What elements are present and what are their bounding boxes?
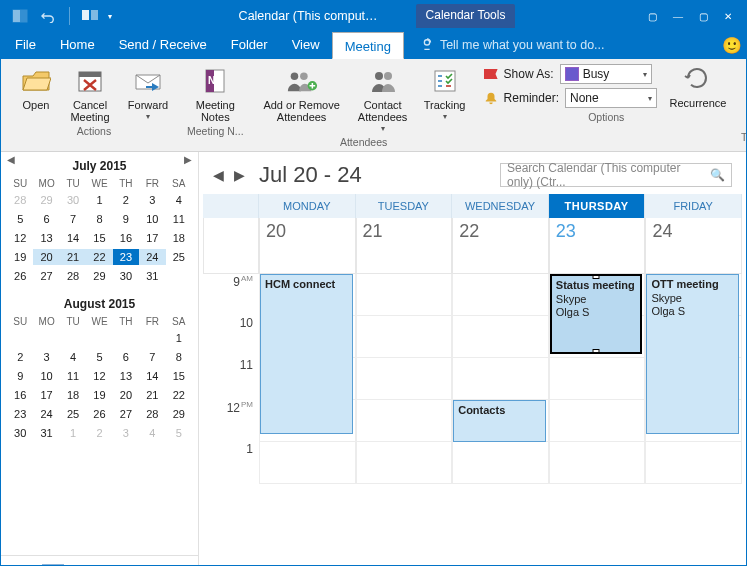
mini-date-cell[interactable]: 28 — [60, 268, 86, 284]
mini-date-cell[interactable]: 15 — [86, 230, 112, 246]
mini-date-cell[interactable]: 10 — [33, 368, 59, 384]
mini-date-cell[interactable]: 17 — [139, 230, 165, 246]
mini-date-cell[interactable]: 14 — [60, 230, 86, 246]
cancel-meeting-button[interactable]: Cancel Meeting — [63, 63, 117, 123]
mini-date-cell[interactable]: 31 — [33, 425, 59, 441]
mini-date-cell[interactable] — [113, 330, 139, 346]
tab-send-receive[interactable]: Send / Receive — [107, 31, 219, 59]
mini-date-cell[interactable]: 22 — [86, 249, 112, 265]
show-as-dropdown[interactable]: Busy ▾ — [560, 64, 652, 84]
mini-date-cell[interactable]: 1 — [86, 192, 112, 208]
weekday-header-cell[interactable]: TUESDAY — [356, 194, 453, 218]
time-cell[interactable] — [549, 358, 646, 400]
day-number-cell[interactable]: 23 — [549, 218, 646, 274]
mini-date-cell[interactable]: 2 — [86, 425, 112, 441]
mini-date-cell[interactable]: 14 — [139, 368, 165, 384]
day-number-cell[interactable]: 21 — [356, 218, 453, 274]
reminder-dropdown[interactable]: None ▾ — [565, 88, 657, 108]
time-cell[interactable] — [356, 274, 453, 316]
mini-date-cell[interactable]: 9 — [7, 368, 33, 384]
tab-view[interactable]: View — [280, 31, 332, 59]
appointment[interactable]: HCM connect — [260, 274, 353, 434]
prev-month-icon[interactable]: ◀ — [7, 154, 15, 165]
mini-date-cell[interactable]: 18 — [166, 230, 192, 246]
tab-home[interactable]: Home — [48, 31, 107, 59]
recurrence-button[interactable]: Recurrence — [667, 63, 729, 109]
ribbon-display-options-icon[interactable]: ▢ — [648, 11, 657, 22]
weekday-header-cell[interactable]: MONDAY — [259, 194, 356, 218]
mini-date-cell[interactable]: 11 — [60, 368, 86, 384]
mini-date-cell[interactable]: 27 — [113, 406, 139, 422]
mini-date-cell[interactable]: 8 — [86, 211, 112, 227]
mini-date-cell[interactable]: 23 — [7, 406, 33, 422]
weekday-header-cell[interactable]: FRIDAY — [645, 194, 742, 218]
time-cell[interactable] — [549, 400, 646, 442]
maximize-icon[interactable]: ▢ — [699, 11, 708, 22]
tab-folder[interactable]: Folder — [219, 31, 280, 59]
mini-date-cell[interactable]: 4 — [166, 192, 192, 208]
time-cell[interactable] — [452, 442, 549, 484]
appointment[interactable]: Status meetingSkype Olga S — [550, 274, 643, 354]
mini-date-cell[interactable]: 12 — [86, 368, 112, 384]
mini-date-cell[interactable]: 25 — [60, 406, 86, 422]
tracking-button[interactable]: Tracking▾ — [418, 63, 472, 122]
mini-date-cell[interactable] — [33, 330, 59, 346]
time-cell[interactable] — [549, 442, 646, 484]
next-month-icon[interactable]: ▶ — [184, 154, 192, 165]
time-grid[interactable]: 9AM101112PM1HCM connectStatus meetingSky… — [203, 274, 742, 484]
mini-date-cell[interactable]: 6 — [33, 211, 59, 227]
mini-date-cell[interactable]: 30 — [7, 425, 33, 441]
mini-date-cell[interactable]: 13 — [113, 368, 139, 384]
mini-date-cell[interactable]: 19 — [86, 387, 112, 403]
mini-date-cell[interactable]: 3 — [139, 192, 165, 208]
mini-date-cell[interactable]: 28 — [7, 192, 33, 208]
mini-date-cell[interactable]: 17 — [33, 387, 59, 403]
mini-date-cell[interactable]: 8 — [166, 349, 192, 365]
time-cell[interactable] — [356, 442, 453, 484]
mini-date-cell[interactable]: 2 — [113, 192, 139, 208]
mini-date-cell[interactable]: 3 — [113, 425, 139, 441]
contact-attendees-button[interactable]: Contact Attendees▾ — [352, 63, 414, 134]
mini-date-cell[interactable]: 1 — [166, 330, 192, 346]
mini-date-cell[interactable]: 4 — [139, 425, 165, 441]
mini-date-cell[interactable]: 16 — [7, 387, 33, 403]
time-cell[interactable] — [645, 442, 742, 484]
mini-date-cell[interactable] — [86, 330, 112, 346]
mini-month-title[interactable]: August 2015 — [7, 294, 192, 316]
mini-date-cell[interactable]: 12 — [7, 230, 33, 246]
mini-date-cell[interactable]: 25 — [166, 249, 192, 265]
add-remove-attendees-button[interactable]: Add or Remove Attendees — [256, 63, 348, 123]
day-number-cell[interactable]: 20 — [259, 218, 356, 274]
undo-icon[interactable] — [37, 5, 59, 27]
mini-date-cell[interactable]: 23 — [113, 249, 139, 265]
mini-date-cell[interactable]: 5 — [166, 425, 192, 441]
mini-month-title[interactable]: July 2015 — [7, 156, 192, 178]
mini-date-cell[interactable]: 29 — [166, 406, 192, 422]
mini-date-cell[interactable]: 27 — [33, 268, 59, 284]
open-button[interactable]: Open — [13, 63, 59, 111]
view-switcher-icon[interactable] — [80, 5, 102, 27]
mini-date-cell[interactable]: 15 — [166, 368, 192, 384]
mini-date-cell[interactable]: 11 — [166, 211, 192, 227]
appointment[interactable]: Contacts — [453, 400, 546, 442]
mini-date-cell[interactable]: 3 — [33, 349, 59, 365]
forward-button[interactable]: Forward▾ — [121, 63, 175, 122]
mini-date-cell[interactable]: 30 — [113, 268, 139, 284]
time-cell[interactable] — [452, 358, 549, 400]
app-icon[interactable] — [9, 5, 31, 27]
mini-date-cell[interactable]: 20 — [113, 387, 139, 403]
mini-date-cell[interactable]: 1 — [60, 425, 86, 441]
mini-date-cell[interactable]: 6 — [113, 349, 139, 365]
mini-date-cell[interactable]: 5 — [86, 349, 112, 365]
time-cell[interactable] — [452, 274, 549, 316]
mini-date-cell[interactable] — [60, 330, 86, 346]
weekday-header-cell[interactable]: THURSDAY — [549, 194, 646, 218]
mini-date-cell[interactable]: 2 — [7, 349, 33, 365]
minimize-icon[interactable]: — — [673, 11, 683, 22]
mini-date-cell[interactable]: 21 — [139, 387, 165, 403]
mini-date-cell[interactable]: 24 — [139, 249, 165, 265]
mini-date-cell[interactable]: 16 — [113, 230, 139, 246]
mini-date-cell[interactable]: 26 — [86, 406, 112, 422]
appointment[interactable]: OTT meetingSkype Olga S — [646, 274, 739, 434]
mini-date-cell[interactable]: 13 — [33, 230, 59, 246]
